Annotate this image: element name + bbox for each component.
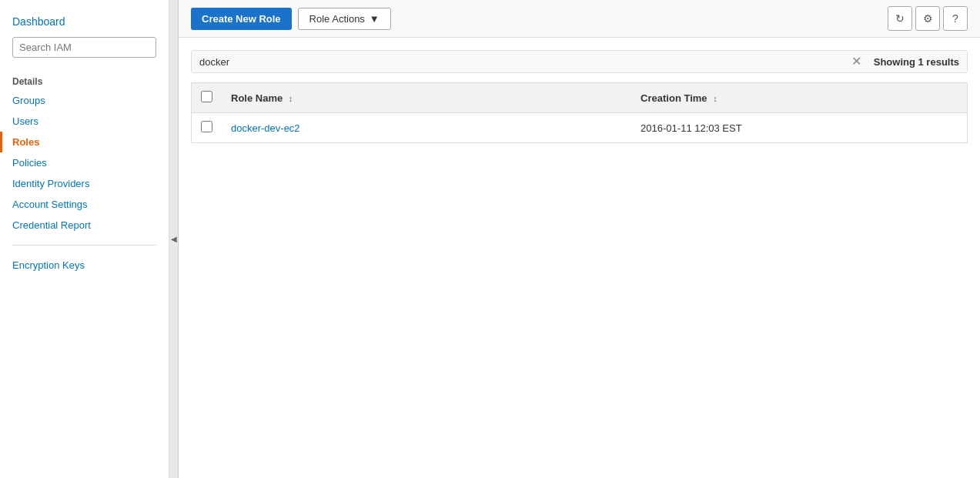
row-role-name-cell: docker-dev-ec2 bbox=[222, 113, 631, 143]
sidebar-item-users[interactable]: Users bbox=[0, 111, 169, 132]
role-actions-label: Role Actions bbox=[309, 13, 365, 25]
dropdown-chevron-icon: ▼ bbox=[370, 13, 380, 25]
results-count: Showing 1 results bbox=[874, 56, 959, 68]
sidebar-item-roles[interactable]: Roles bbox=[0, 132, 169, 152]
col-header-checkbox bbox=[192, 83, 222, 113]
row-checkbox[interactable] bbox=[201, 121, 212, 132]
create-new-role-button[interactable]: Create New Role bbox=[191, 8, 292, 30]
filter-clear-button[interactable]: ✕ bbox=[851, 55, 861, 68]
sidebar-item-dashboard[interactable]: Dashboard bbox=[0, 12, 169, 37]
row-checkbox-cell bbox=[192, 113, 222, 143]
refresh-button[interactable]: ↻ bbox=[888, 6, 912, 31]
settings-button[interactable]: ⚙ bbox=[915, 6, 940, 31]
sidebar-search-container bbox=[0, 37, 169, 70]
filter-bar: ✕ Showing 1 results bbox=[191, 50, 968, 73]
table-row: docker-dev-ec2 2016-01-11 12:03 EST bbox=[192, 113, 968, 143]
col-role-name-label: Role Name bbox=[231, 92, 283, 104]
toolbar: Create New Role Role Actions ▼ ↻ ⚙ ? bbox=[179, 0, 980, 38]
role-name-link[interactable]: docker-dev-ec2 bbox=[231, 122, 300, 134]
roles-table: Role Name ↕ Creation Time ↕ docker-dev-e… bbox=[191, 82, 968, 143]
content-area: ✕ Showing 1 results Role Name ↕ Creation… bbox=[179, 38, 980, 478]
search-input[interactable] bbox=[12, 37, 156, 58]
role-actions-button[interactable]: Role Actions ▼ bbox=[298, 8, 391, 30]
col-header-creation-time[interactable]: Creation Time ↕ bbox=[631, 83, 967, 113]
filter-input[interactable] bbox=[199, 56, 845, 68]
table-body: docker-dev-ec2 2016-01-11 12:03 EST bbox=[192, 113, 968, 143]
sidebar-item-identity-providers[interactable]: Identity Providers bbox=[0, 173, 169, 194]
help-button[interactable]: ? bbox=[943, 6, 968, 31]
settings-icon: ⚙ bbox=[923, 12, 933, 25]
col-creation-time-label: Creation Time bbox=[641, 92, 707, 104]
row-creation-time-value: 2016-01-11 12:03 EST bbox=[641, 122, 742, 134]
sidebar-divider bbox=[12, 245, 156, 246]
row-creation-time-cell: 2016-01-11 12:03 EST bbox=[631, 113, 967, 143]
creation-time-sort-icon: ↕ bbox=[713, 94, 717, 103]
sidebar: Dashboard Details Groups Users Roles Pol… bbox=[0, 0, 169, 478]
sidebar-item-encryption-keys[interactable]: Encryption Keys bbox=[0, 255, 169, 276]
sidebar-collapse-handle[interactable]: ◀ bbox=[169, 0, 179, 478]
refresh-icon: ↻ bbox=[895, 12, 905, 25]
col-header-role-name[interactable]: Role Name ↕ bbox=[222, 83, 631, 113]
table-header-row: Role Name ↕ Creation Time ↕ bbox=[192, 83, 968, 113]
main-content: Create New Role Role Actions ▼ ↻ ⚙ ? ✕ S… bbox=[179, 0, 980, 478]
select-all-checkbox[interactable] bbox=[201, 91, 212, 102]
sidebar-item-policies[interactable]: Policies bbox=[0, 152, 169, 173]
sidebar-item-credential-report[interactable]: Credential Report bbox=[0, 215, 169, 236]
toolbar-right-icons: ↻ ⚙ ? bbox=[888, 6, 968, 31]
sidebar-item-groups[interactable]: Groups bbox=[0, 90, 169, 111]
filter-input-wrap: ✕ bbox=[199, 55, 861, 68]
sidebar-details-label: Details bbox=[0, 70, 169, 90]
role-name-sort-icon: ↕ bbox=[289, 94, 293, 103]
sidebar-item-account-settings[interactable]: Account Settings bbox=[0, 194, 169, 215]
help-icon: ? bbox=[952, 12, 958, 25]
